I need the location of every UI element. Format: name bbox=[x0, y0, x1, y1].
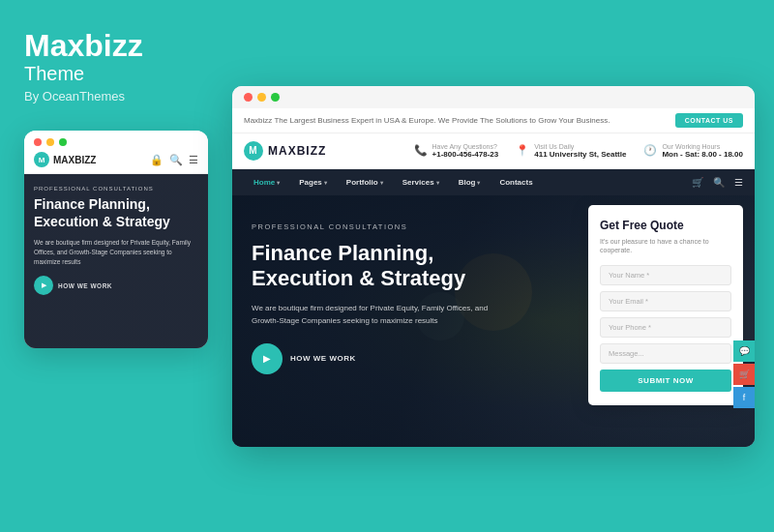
mobile-logo: M MAXBIZZ bbox=[34, 152, 96, 167]
mobile-window-controls bbox=[24, 131, 208, 146]
dot-green bbox=[59, 138, 67, 146]
desktop-logo-icon: M bbox=[244, 141, 263, 161]
desktop-preview: Maxbizz The Largest Business Expert in U… bbox=[232, 86, 755, 447]
clock-icon: 🕐 bbox=[643, 144, 657, 157]
social-icon-btn[interactable]: f bbox=[733, 387, 755, 408]
desktop-hero: PROFESSIONAL CONSULTATIONS Finance Plann… bbox=[232, 195, 755, 447]
play-button[interactable]: ▶ bbox=[252, 343, 283, 374]
dot-red-desktop bbox=[244, 93, 253, 102]
brand-subtitle: Theme bbox=[24, 63, 84, 85]
mobile-cta[interactable]: ▶ HOW WE WORK bbox=[34, 276, 198, 295]
right-panel: Maxbizz The Largest Business Expert in U… bbox=[232, 0, 774, 532]
menu-icon: ☰ bbox=[189, 154, 198, 166]
nav-contacts[interactable]: Contacts bbox=[490, 169, 542, 195]
name-field[interactable]: Your Name * bbox=[600, 265, 731, 285]
dot-red bbox=[34, 138, 42, 146]
mobile-play-button[interactable]: ▶ bbox=[34, 276, 53, 295]
left-panel: Maxbizz Theme By OceanThemes M MAXBIZZ 🔒… bbox=[0, 0, 232, 532]
desktop-contact-info: 📞 Have Any Questions? +1-800-456-478-23 … bbox=[414, 143, 743, 159]
search-icon: 🔍 bbox=[169, 154, 183, 166]
nav-icons: 🛒 🔍 ☰ bbox=[692, 177, 743, 188]
quote-form: Get Free Quote It's our pleasure to have… bbox=[588, 205, 743, 406]
mobile-header-icons: 🔒 🔍 ☰ bbox=[150, 154, 198, 166]
hero-cta[interactable]: ▶ HOW WE WORK bbox=[252, 343, 503, 374]
nav-pages[interactable]: Pages ▾ bbox=[289, 169, 337, 195]
nav-portfolio[interactable]: Portfolio ▾ bbox=[337, 169, 393, 195]
mobile-hero: PROFESSIONAL CONSULTATIONS Finance Plann… bbox=[24, 174, 208, 348]
desktop-logo: M MAXBIZZ bbox=[244, 141, 326, 161]
brand-title: Maxbizz bbox=[24, 29, 143, 63]
nav-services[interactable]: Services ▾ bbox=[393, 169, 449, 195]
location-icon: 📍 bbox=[516, 144, 529, 157]
dot-yellow bbox=[46, 138, 54, 146]
phone-icon: 📞 bbox=[414, 144, 428, 157]
desktop-navbar: Home ▾ Pages ▾ Portfolio ▾ Services ▾ Bl… bbox=[232, 169, 755, 195]
nav-search-icon[interactable]: 🔍 bbox=[713, 177, 725, 188]
brand-author: By OceanThemes bbox=[24, 89, 125, 103]
cart-icon[interactable]: 🛒 bbox=[692, 177, 703, 188]
desktop-nav-header: M MAXBIZZ 📞 Have Any Questions? +1-800-4… bbox=[232, 133, 755, 169]
dot-green-desktop bbox=[271, 93, 280, 102]
message-field[interactable]: Message... bbox=[600, 343, 731, 364]
nav-home[interactable]: Home ▾ bbox=[244, 169, 289, 195]
hero-content: PROFESSIONAL CONSULTATIONS Finance Plann… bbox=[232, 195, 522, 394]
mobile-preview: M MAXBIZZ 🔒 🔍 ☰ PROFESSIONAL CONSULTATIO… bbox=[24, 131, 208, 348]
contact-us-button[interactable]: CONTACT US bbox=[675, 113, 743, 128]
lock-icon: 🔒 bbox=[150, 154, 164, 166]
chat-icon-btn[interactable]: 💬 bbox=[733, 340, 755, 362]
mobile-logo-icon: M bbox=[34, 152, 49, 167]
dot-yellow-desktop bbox=[257, 93, 266, 102]
nav-blog[interactable]: Blog ▾ bbox=[449, 169, 491, 195]
contact-hours: 🕐 Our Working Hours Mon - Sat: 8.00 - 18… bbox=[643, 143, 743, 159]
phone-field[interactable]: Your Phone * bbox=[600, 317, 731, 338]
mobile-header: M MAXBIZZ 🔒 🔍 ☰ bbox=[24, 146, 208, 174]
nav-menu-icon[interactable]: ☰ bbox=[734, 177, 743, 188]
desktop-window-controls bbox=[232, 86, 755, 108]
submit-button[interactable]: SUBMIT NOW bbox=[600, 369, 731, 392]
nav-links: Home ▾ Pages ▾ Portfolio ▾ Services ▾ Bl… bbox=[244, 169, 543, 195]
right-sidebar-icons: 💬 🛒 f bbox=[733, 340, 755, 408]
contact-address: 📍 Visit Us Daily 411 University St, Seat… bbox=[516, 143, 626, 159]
contact-phone: 📞 Have Any Questions? +1-800-456-478-23 bbox=[414, 143, 499, 159]
desktop-info-bar: Maxbizz The Largest Business Expert in U… bbox=[232, 108, 755, 133]
email-field[interactable]: Your Email * bbox=[600, 291, 731, 311]
cart-icon-btn[interactable]: 🛒 bbox=[733, 364, 755, 385]
